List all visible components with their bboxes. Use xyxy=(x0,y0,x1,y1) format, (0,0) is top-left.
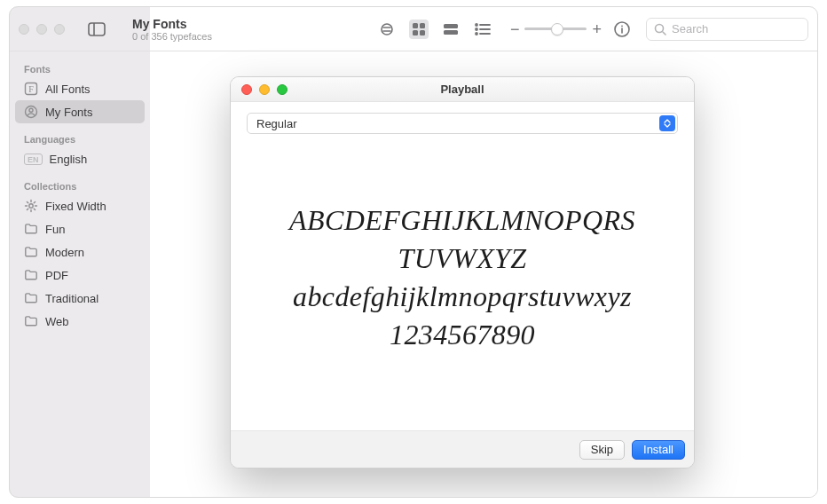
window-subtitle: 0 of 356 typefaces xyxy=(132,31,212,42)
svg-rect-6 xyxy=(420,23,425,28)
sidebar-section-header-fonts: Fonts xyxy=(15,60,145,77)
skip-button[interactable]: Skip xyxy=(579,440,625,460)
view-grid-button[interactable] xyxy=(409,20,429,39)
sidebar-item-label: Fixed Width xyxy=(45,200,106,213)
sidebar-item-english[interactable]: EN English xyxy=(15,147,145,170)
svg-rect-9 xyxy=(444,24,458,28)
svg-rect-5 xyxy=(413,23,418,28)
grid-icon xyxy=(412,22,426,36)
svg-point-15 xyxy=(476,33,477,35)
sidebar-item-fun[interactable]: Fun xyxy=(15,217,145,240)
zoom-in-button[interactable]: + xyxy=(592,21,602,37)
view-sample-button[interactable] xyxy=(377,20,397,39)
folder-icon xyxy=(24,291,38,305)
sidebar-item-label: Fun xyxy=(45,223,65,236)
traffic-light-close-icon[interactable] xyxy=(19,24,29,35)
user-circle-icon xyxy=(24,105,38,119)
svg-rect-8 xyxy=(420,30,425,35)
gear-icon xyxy=(24,199,38,213)
traffic-light-zoom-icon[interactable] xyxy=(54,24,65,35)
dialog-traffic-lights xyxy=(231,84,287,95)
info-icon xyxy=(614,21,630,37)
window-traffic-lights xyxy=(19,24,65,35)
zoom-slider-group: − + xyxy=(510,21,602,37)
search-placeholder: Search xyxy=(672,22,708,35)
folder-icon xyxy=(24,314,38,328)
zoom-slider[interactable] xyxy=(524,28,587,30)
install-button[interactable]: Install xyxy=(632,440,685,460)
font-style-selected-value: Regular xyxy=(256,117,297,130)
view-list-button[interactable] xyxy=(473,20,492,39)
svg-point-11 xyxy=(476,24,477,26)
folder-icon xyxy=(24,222,38,236)
info-button[interactable] xyxy=(612,20,632,39)
svg-line-21 xyxy=(663,32,666,35)
preview-line-lower: abcdefghijklmnopqrstuvwxyz xyxy=(293,280,632,313)
rows-icon xyxy=(443,23,459,35)
folder-icon xyxy=(24,245,38,259)
list-icon xyxy=(475,23,491,35)
sidebar-item-all-fonts[interactable]: F All Fonts xyxy=(15,77,145,100)
sidebar: Fonts F All Fonts My Fonts xyxy=(10,51,150,497)
preview-line-upper-2: TUVWXYZ xyxy=(398,242,526,275)
sidebar-item-label: All Fonts xyxy=(45,83,91,96)
sidebar-item-fixed-width[interactable]: Fixed Width xyxy=(15,194,145,217)
sidebar-item-my-fonts[interactable]: My Fonts xyxy=(15,100,145,123)
preview-line-upper-1: ABCDEFGHIJKLMNOPQRS xyxy=(289,204,635,237)
svg-point-2 xyxy=(382,24,392,35)
svg-point-18 xyxy=(621,25,623,27)
svg-rect-0 xyxy=(89,23,105,35)
zoom-slider-thumb[interactable] xyxy=(551,23,563,35)
font-preview-area: ABCDEFGHIJKLMNOPQRS TUVWXYZ abcdefghijkl… xyxy=(247,134,678,430)
dialog-zoom-icon[interactable] xyxy=(277,84,287,95)
sidebar-item-web[interactable]: Web xyxy=(15,310,145,333)
sidebar-section-header-collections: Collections xyxy=(15,177,145,194)
sidebar-section-header-languages: Languages xyxy=(15,130,145,147)
svg-point-25 xyxy=(29,108,33,112)
popup-chevrons-icon xyxy=(659,115,675,131)
search-icon xyxy=(654,23,666,35)
font-preview-dialog: Playball Regular ABCDEFGHIJKLMNOPQRS TUV… xyxy=(230,76,695,469)
traffic-light-minimize-icon[interactable] xyxy=(36,24,47,35)
sidebar-item-label: PDF xyxy=(45,269,68,282)
dialog-footer: Skip Install xyxy=(231,430,694,468)
dialog-close-icon[interactable] xyxy=(241,84,252,95)
dialog-titlebar[interactable]: Playball xyxy=(231,77,694,102)
window-title: My Fonts xyxy=(132,17,212,31)
folder-icon xyxy=(24,268,38,282)
dialog-title: Playball xyxy=(231,83,694,96)
sidebar-item-label: Traditional xyxy=(45,292,98,305)
sidebar-item-traditional[interactable]: Traditional xyxy=(15,287,145,310)
svg-point-13 xyxy=(476,28,477,30)
zoom-out-button[interactable]: − xyxy=(510,21,520,37)
window-title-block: My Fonts 0 of 356 typefaces xyxy=(132,17,212,42)
sidebar-item-label: English xyxy=(50,153,88,166)
sidebar-toggle-button[interactable] xyxy=(84,19,109,40)
sidebar-item-label: Web xyxy=(45,315,69,328)
font-style-popup-button[interactable]: Regular xyxy=(247,113,678,134)
svg-text:F: F xyxy=(28,84,34,94)
view-rows-button[interactable] xyxy=(441,20,461,39)
view-mode-segmented-control xyxy=(377,20,492,39)
sidebar-toggle-icon xyxy=(88,22,106,36)
search-input[interactable]: Search xyxy=(646,18,808,41)
sidebar-item-label: My Fonts xyxy=(45,106,92,119)
dialog-minimize-icon[interactable] xyxy=(259,84,270,95)
svg-rect-10 xyxy=(444,30,458,35)
sidebar-item-label: Modern xyxy=(45,246,84,259)
sidebar-item-modern[interactable]: Modern xyxy=(15,240,145,264)
svg-point-26 xyxy=(29,204,33,208)
font-square-icon: F xyxy=(24,82,38,96)
window-toolbar: My Fonts 0 of 356 typefaces xyxy=(10,7,817,51)
preview-line-digits: 1234567890 xyxy=(390,319,535,351)
svg-point-20 xyxy=(656,24,664,32)
svg-rect-7 xyxy=(413,30,418,35)
text-lines-icon xyxy=(379,23,395,35)
lang-badge-icon: EN xyxy=(24,154,43,165)
sidebar-item-pdf[interactable]: PDF xyxy=(15,264,145,287)
